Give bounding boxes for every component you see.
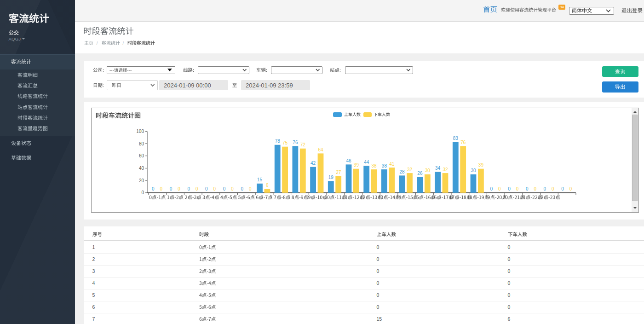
svg-text:80: 80: [138, 141, 144, 146]
svg-text:39: 39: [478, 162, 483, 168]
svg-text:38: 38: [371, 163, 377, 168]
svg-text:0: 0: [525, 186, 528, 191]
svg-text:6: 6: [266, 183, 269, 188]
svg-text:100: 100: [136, 128, 144, 133]
svg-text:0: 0: [249, 186, 252, 191]
svg-text:0: 0: [195, 186, 198, 191]
svg-text:15: 15: [257, 177, 262, 182]
svg-text:0: 0: [498, 186, 501, 191]
svg-text:0: 0: [561, 186, 564, 191]
svg-text:60: 60: [138, 153, 144, 158]
svg-text:72: 72: [300, 142, 305, 147]
svg-text:0: 0: [552, 186, 554, 191]
svg-text:39: 39: [353, 162, 359, 168]
svg-text:0: 0: [490, 186, 493, 191]
svg-text:0: 0: [213, 186, 216, 191]
svg-text:0: 0: [141, 190, 144, 195]
svg-text:0: 0: [516, 186, 518, 191]
svg-text:19: 19: [328, 174, 334, 179]
svg-text:64: 64: [318, 147, 323, 152]
svg-text:78: 78: [275, 139, 280, 144]
svg-text:44: 44: [364, 159, 369, 164]
svg-text:20: 20: [138, 178, 144, 183]
svg-text:27: 27: [336, 170, 341, 175]
svg-text:28: 28: [399, 169, 405, 174]
svg-text:0: 0: [508, 186, 511, 191]
svg-text:0: 0: [534, 186, 536, 191]
svg-text:30: 30: [425, 168, 430, 173]
svg-text:0: 0: [187, 186, 190, 191]
svg-text:34: 34: [435, 165, 441, 170]
svg-text:30: 30: [471, 168, 476, 173]
svg-text:0: 0: [569, 186, 572, 191]
svg-text:76: 76: [460, 139, 466, 145]
svg-text:42: 42: [310, 161, 316, 166]
svg-text:0: 0: [152, 186, 155, 191]
svg-text:26: 26: [417, 170, 423, 175]
svg-text:46: 46: [346, 158, 351, 163]
svg-text:40: 40: [138, 165, 144, 170]
svg-text:76: 76: [293, 139, 298, 145]
svg-text:0: 0: [178, 186, 180, 191]
svg-text:32: 32: [407, 167, 412, 172]
svg-text:0: 0: [223, 186, 225, 191]
svg-text:0: 0: [543, 186, 546, 191]
svg-text:0: 0: [231, 186, 234, 191]
svg-text:0: 0: [205, 186, 208, 191]
svg-text:38: 38: [381, 163, 387, 168]
svg-text:41: 41: [389, 161, 395, 166]
svg-text:83: 83: [453, 135, 458, 140]
svg-text:32: 32: [443, 167, 448, 172]
svg-text:0: 0: [160, 186, 162, 191]
svg-text:0: 0: [169, 186, 172, 191]
svg-text:0: 0: [241, 186, 243, 191]
svg-text:75: 75: [282, 140, 288, 145]
